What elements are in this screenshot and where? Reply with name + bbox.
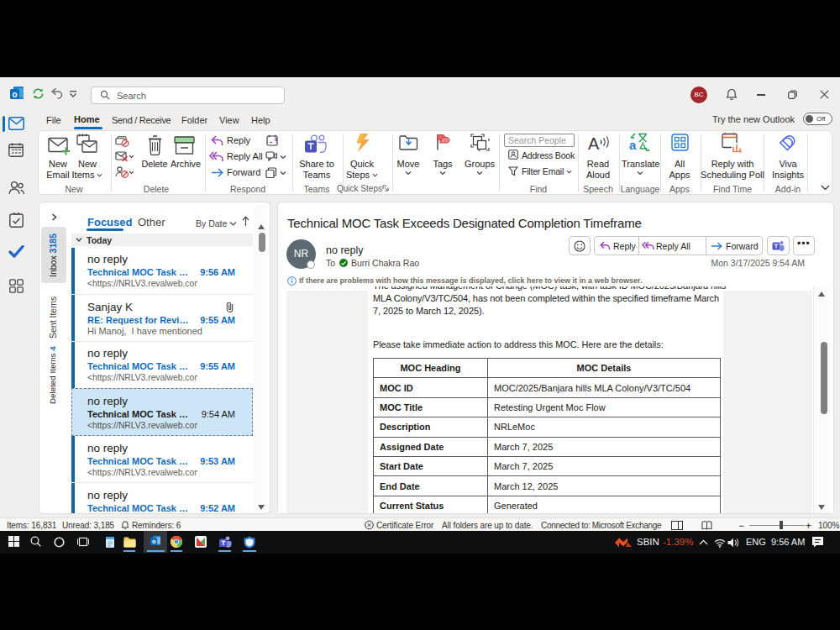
svg-text:o: o xyxy=(12,90,17,99)
svg-text:a: a xyxy=(629,138,637,152)
svg-text:o: o xyxy=(152,538,156,545)
